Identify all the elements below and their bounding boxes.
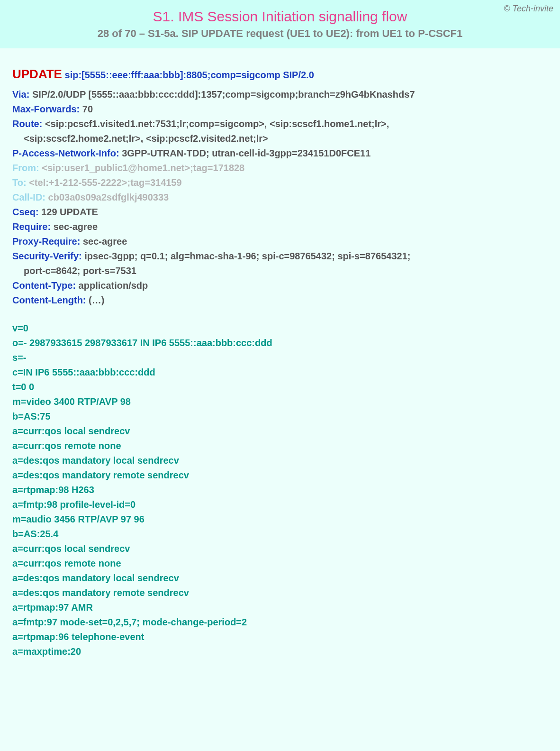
header-value: sec-agree [80,236,127,247]
header-value: (…) [86,295,105,305]
header-value: SIP/2.0/UDP [5555::aaa:bbb:ccc:ddd]:1357… [29,89,415,100]
header-value: ipsec-3gpp; q=0.1; alg=hmac-sha-1-96; sp… [82,251,411,261]
sdp-line: b=AS:75 [12,409,548,424]
sdp-line: a=rtpmap:96 telephone-event [12,630,548,644]
sip-header-call-id: Call-ID: cb03a0s09a2sdfglkj490333 [12,190,548,205]
header-name: P-Access-Network-Info: [12,148,119,158]
request-line: UPDATE sip:[5555::eee:fff:aaa:bbb]:8805;… [12,64,548,83]
header-name: Content-Type: [12,280,76,291]
header-value: <sip:pcscf1.visited1.net:7531;lr;comp=si… [42,119,389,129]
header-name: Security-Verify: [12,251,82,261]
sdp-line: c=IN IP6 5555::aaa:bbb:ccc:ddd [12,365,548,380]
sdp-line: a=curr:qos remote none [12,439,548,453]
sdp-line: v=0 [12,321,548,336]
sdp-body: v=0o=- 2987933615 2987933617 IN IP6 5555… [12,321,548,659]
sdp-line: a=des:qos mandatory local sendrecv [12,571,548,586]
sip-headers: Via: SIP/2.0/UDP [5555::aaa:bbb:ccc:ddd]… [12,87,548,308]
sip-header-proxy-require: Proxy-Require: sec-agree [12,234,548,249]
header-value: 3GPP-UTRAN-TDD; utran-cell-id-3gpp=23415… [119,148,371,158]
header-value: cb03a0s09a2sdfglkj490333 [45,192,169,202]
sdp-line: a=curr:qos remote none [12,556,548,571]
request-uri: sip:[5555::eee:fff:aaa:bbb]:8805;comp=si… [65,70,314,80]
header-continuation: <sip:scscf2.home2.net;lr>, <sip:pcscf2.v… [12,131,548,146]
sdp-line: o=- 2987933615 2987933617 IN IP6 5555::a… [12,336,548,350]
page-header: © Tech-invite S1. IMS Session Initiation… [0,0,560,48]
sdp-line: m=audio 3456 RTP/AVP 97 96 [12,512,548,527]
header-name: To: [12,177,27,188]
sip-header-max-forwards: Max-Forwards: 70 [12,102,548,117]
copyright-label: © Tech-invite [504,4,553,14]
sdp-line: a=maxptime:20 [12,644,548,659]
header-value: <sip:user1_public1@home1.net>;tag=171828 [39,163,245,173]
header-name: Content-Length: [12,295,86,305]
header-value: application/sdp [76,280,148,291]
header-name: Proxy-Require: [12,236,80,247]
sip-header-to: To: <tel:+1-212-555-2222>;tag=314159 [12,175,548,190]
header-continuation: port-c=8642; port-s=7531 [12,264,548,278]
sip-header-cseq: Cseq: 129 UPDATE [12,205,548,220]
sdp-line: m=video 3400 RTP/AVP 98 [12,394,548,409]
header-name: Max-Forwards: [12,104,80,114]
sip-header-from: From: <sip:user1_public1@home1.net>;tag=… [12,161,548,175]
header-name: Via: [12,89,29,100]
header-value: <tel:+1-212-555-2222>;tag=314159 [27,177,182,188]
sdp-line: t=0 0 [12,380,548,394]
sip-header-route: Route: <sip:pcscf1.visited1.net:7531;lr;… [12,117,548,131]
request-method: UPDATE [12,67,62,81]
page-subtitle: 28 of 70 – S1-5a. SIP UPDATE request (UE… [9,27,551,40]
sdp-line: a=des:qos mandatory remote sendrecv [12,468,548,483]
sdp-line: a=curr:qos local sendrecv [12,541,548,556]
header-name: Route: [12,119,42,129]
sdp-line: a=fmtp:97 mode-set=0,2,5,7; mode-change-… [12,615,548,630]
header-value: 70 [80,104,93,114]
header-name: Cseq: [12,207,39,217]
sip-header-content-length: Content-Length: (…) [12,293,548,308]
sdp-line: a=des:qos mandatory local sendrecv [12,453,548,468]
sdp-line: b=AS:25.4 [12,527,548,541]
header-name: Require: [12,221,51,232]
sdp-line: a=rtpmap:97 AMR [12,600,548,615]
sdp-line: a=curr:qos local sendrecv [12,424,548,439]
sdp-line: s=- [12,350,548,365]
sip-header-via: Via: SIP/2.0/UDP [5555::aaa:bbb:ccc:ddd]… [12,87,548,102]
sip-header-p-access-network-info: P-Access-Network-Info: 3GPP-UTRAN-TDD; u… [12,146,548,161]
header-name: From: [12,163,39,173]
page-title: S1. IMS Session Initiation signalling fl… [9,9,551,25]
header-name: Call-ID: [12,192,45,202]
sip-header-require: Require: sec-agree [12,220,548,234]
sdp-line: a=fmtp:98 profile-level-id=0 [12,497,548,512]
sip-message-body: UPDATE sip:[5555::eee:fff:aaa:bbb]:8805;… [0,48,560,678]
sdp-line: a=rtpmap:98 H263 [12,483,548,497]
header-value: 129 UPDATE [39,207,98,217]
header-value: sec-agree [51,221,98,232]
sip-header-content-type: Content-Type: application/sdp [12,278,548,293]
sdp-line: a=des:qos mandatory remote sendrecv [12,586,548,600]
sip-header-security-verify: Security-Verify: ipsec-3gpp; q=0.1; alg=… [12,249,548,264]
